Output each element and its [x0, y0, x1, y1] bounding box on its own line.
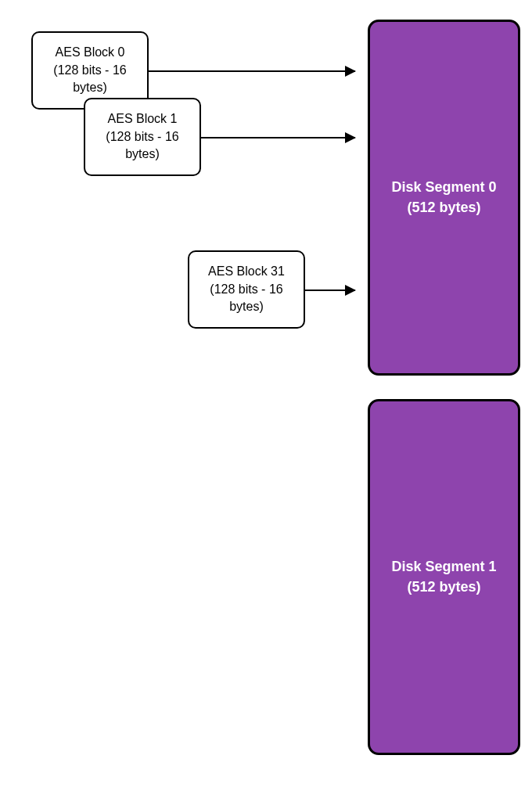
disk-segment-1-title: Disk Segment 1	[391, 559, 496, 574]
arrow-aes1-to-disk0	[201, 137, 355, 138]
aes-block-31-subtitle: (128 bits - 16 bytes)	[210, 282, 282, 313]
aes-block-1-title: AES Block 1	[108, 112, 178, 125]
aes-block-0-subtitle: (128 bits - 16 bytes)	[53, 63, 126, 94]
aes-block-31-title: AES Block 31	[208, 264, 285, 278]
disk-segment-1-subtitle: (512 bytes)	[407, 579, 480, 595]
disk-segment-0-content: Disk Segment 0 (512 bytes)	[391, 178, 496, 217]
aes-block-1-subtitle: (128 bits - 16 bytes)	[106, 130, 178, 160]
disk-segment-0: Disk Segment 0 (512 bytes)	[368, 20, 520, 376]
aes-block-31: AES Block 31 (128 bits - 16 bytes)	[188, 250, 305, 329]
aes-block-0-content: AES Block 0 (128 bits - 16 bytes)	[39, 44, 141, 96]
arrow-aes31-to-disk0	[305, 290, 355, 291]
disk-segment-0-title: Disk Segment 0	[391, 179, 496, 195]
aes-block-1: AES Block 1 (128 bits - 16 bytes)	[84, 98, 201, 176]
disk-segment-1: Disk Segment 1 (512 bytes)	[368, 399, 520, 755]
disk-segment-1-content: Disk Segment 1 (512 bytes)	[391, 557, 496, 596]
arrow-aes0-to-disk0	[149, 70, 355, 72]
aes-block-1-content: AES Block 1 (128 bits - 16 bytes)	[92, 110, 193, 163]
disk-segment-0-subtitle: (512 bytes)	[407, 200, 480, 215]
aes-block-31-content: AES Block 31 (128 bits - 16 bytes)	[196, 263, 297, 315]
aes-block-0-title: AES Block 0	[56, 45, 125, 59]
